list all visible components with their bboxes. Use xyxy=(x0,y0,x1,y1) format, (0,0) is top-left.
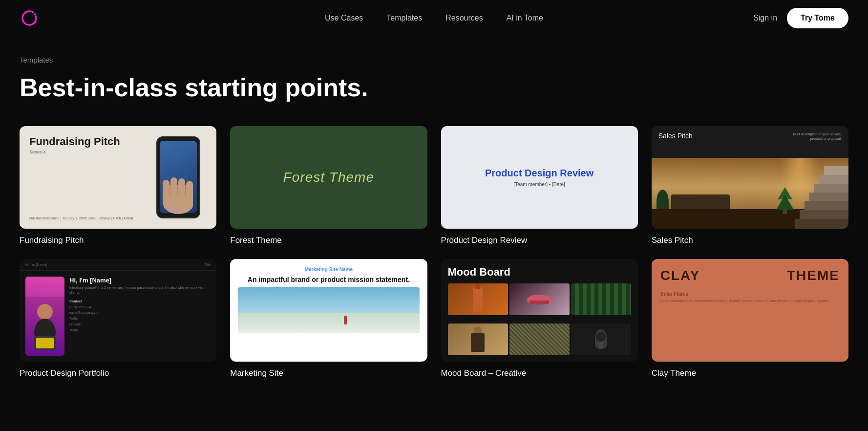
portfolio-tiktok: TikTok xyxy=(69,328,79,332)
portfolio-name: Hi, I'm [Name] xyxy=(69,277,211,284)
product-review-title: Product Design Review xyxy=(485,168,593,179)
portfolio-photo xyxy=(25,277,64,356)
template-label-sales: Sales Pitch xyxy=(652,236,848,245)
landscape-ground xyxy=(238,313,419,334)
marketing-headline: An impactful brand or product mission st… xyxy=(248,275,410,284)
template-card-marketing[interactable]: Marketing Site Name An impactful brand o… xyxy=(230,259,427,378)
product-review-sub: [Team member] • [Date] xyxy=(514,182,565,187)
moodboard-grid xyxy=(448,283,631,362)
template-label-forest: Forest Theme xyxy=(230,236,427,245)
template-label-moodboard: Mood Board – Creative xyxy=(441,368,638,378)
person-area xyxy=(25,297,64,356)
forest-theme-text: Forest Theme xyxy=(283,170,374,185)
clay-content: Solar Flares Donec faucibus amet, tincid… xyxy=(660,291,840,303)
stair-3 xyxy=(804,201,848,210)
template-label-portfolio: Product Design Portfolio xyxy=(20,368,216,378)
portfolio-contact-label: Contact xyxy=(69,300,211,303)
stair-2 xyxy=(800,210,848,219)
mood-img-5 xyxy=(509,323,570,355)
marketing-landscape xyxy=(238,287,419,333)
clay-title: CLAY xyxy=(660,268,700,283)
template-label-product-review: Product Design Review xyxy=(441,236,638,245)
template-card-product-review[interactable]: Product Design Review [Team member] • [D… xyxy=(441,126,638,245)
template-label-fundraising: Fundraising Pitch xyxy=(20,236,216,245)
thumbnail-sales: Sales Pitch Brief description of your se… xyxy=(652,126,848,229)
mood-img-6 xyxy=(571,323,631,355)
clay-body-text: Donec faucibus amet, tincidunt non euism… xyxy=(660,299,840,303)
logo[interactable] xyxy=(20,8,39,28)
template-card-moodboard[interactable]: Mood Board xyxy=(441,259,638,378)
fundraising-title: Fundraising Pitch xyxy=(29,136,120,148)
thumbnail-fundraising: Fundraising Pitch Series X xyxy=(20,126,216,229)
tree-mid xyxy=(776,195,794,210)
svg-rect-6 xyxy=(170,177,177,206)
fundraising-pitch-text: Fundraising Pitch Series X xyxy=(29,136,120,154)
portfolio-main: Hi, I'm [Name] Introduce yourself in 1-2… xyxy=(20,271,216,362)
portfolio-twitter: Twitter xyxy=(69,317,79,320)
mood-img-1 xyxy=(448,283,508,315)
svg-point-9 xyxy=(37,304,53,320)
try-tome-button[interactable]: Try Tome xyxy=(787,8,848,28)
fundraising-series: Series X xyxy=(29,150,120,154)
tree-trunk xyxy=(783,209,787,214)
thumbnail-moodboard: Mood Board xyxy=(441,259,638,362)
room-tree xyxy=(778,187,792,214)
sales-room-image xyxy=(652,158,848,229)
template-card-forest[interactable]: Forest Theme Forest Theme xyxy=(230,126,427,245)
mood-img-2 xyxy=(509,283,570,315)
sales-title: Sales Pitch xyxy=(658,132,693,140)
template-label-marketing: Marketing Site xyxy=(230,368,427,378)
template-card-fundraising[interactable]: Fundraising Pitch Series X xyxy=(20,126,216,245)
mood-img-4 xyxy=(448,323,508,355)
svg-rect-8 xyxy=(186,181,193,205)
nav-link-resources[interactable]: Resources xyxy=(445,14,483,22)
portfolio-top-left: Hi, I'm [Name] xyxy=(25,263,47,266)
landscape-sky xyxy=(238,287,419,312)
nav-actions: Sign in Try Tome xyxy=(753,8,848,28)
portfolio-info: Hi, I'm [Name] Introduce yourself in 1-2… xyxy=(69,277,211,356)
portfolio-top-bar: Hi, I'm [Name] Title xyxy=(20,259,216,271)
template-card-sales[interactable]: Sales Pitch Brief description of your se… xyxy=(652,126,848,245)
svg-rect-7 xyxy=(178,178,185,206)
portfolio-email: name@company.com xyxy=(69,311,100,314)
portfolio-phone: (310) 555-1234 xyxy=(69,305,91,309)
template-grid: Fundraising Pitch Series X xyxy=(20,126,848,378)
phone-mockup xyxy=(153,136,212,219)
nav-link-use-cases[interactable]: Use Cases xyxy=(325,14,363,22)
stair-1 xyxy=(795,219,848,229)
thumbnail-marketing: Marketing Site Name An impactful brand o… xyxy=(230,259,427,362)
thumbnail-product-review: Product Design Review [Team member] • [D… xyxy=(441,126,638,229)
clay-theme-label: THEME xyxy=(787,268,840,283)
room-scene xyxy=(652,158,848,229)
page-title: Best-in-class starting points. xyxy=(20,74,848,102)
marketing-site-name: Marketing Site Name xyxy=(305,267,353,272)
nav-links: Use Cases Templates Resources AI in Tome xyxy=(325,14,543,22)
moodboard-title: Mood Board xyxy=(448,266,631,280)
nav-link-ai-in-tome[interactable]: AI in Tome xyxy=(507,14,543,22)
svg-rect-12 xyxy=(36,338,54,348)
template-card-clay[interactable]: CLAY THEME Solar Flares Donec faucibus a… xyxy=(652,259,848,378)
stair-4 xyxy=(809,193,848,201)
navigation: Use Cases Templates Resources AI in Tome… xyxy=(0,0,868,36)
portfolio-top-right: Title xyxy=(204,263,211,266)
sales-desc: Brief description of your service, produ… xyxy=(783,132,842,141)
stair-7 xyxy=(824,166,848,175)
svg-rect-5 xyxy=(163,180,169,207)
portfolio-contact-items: (310) 555-1234 name@company.com Twitter … xyxy=(69,304,211,333)
template-card-portfolio[interactable]: Hi, I'm [Name] Title xyxy=(20,259,216,378)
stair-5 xyxy=(814,184,848,193)
clay-subtitle: Solar Flares xyxy=(660,291,840,297)
portfolio-linkedin: LinkedIn xyxy=(69,323,82,326)
page-content: Templates Best-in-class starting points.… xyxy=(0,36,868,408)
nav-link-templates[interactable]: Templates xyxy=(386,14,422,22)
sign-in-button[interactable]: Sign in xyxy=(753,14,777,22)
clay-header-row: CLAY THEME xyxy=(660,268,840,283)
mood-img-3 xyxy=(571,283,631,315)
thumbnail-clay: CLAY THEME Solar Flares Donec faucibus a… xyxy=(652,259,848,362)
room-stairs xyxy=(795,158,848,229)
landscape-figure xyxy=(344,316,347,324)
thumbnail-forest: Forest Theme xyxy=(230,126,427,229)
template-label-clay: Clay Theme xyxy=(652,368,848,378)
sales-header: Sales Pitch Brief description of your se… xyxy=(658,132,842,141)
fundraising-footer: Our Investors Since | January 1, 2005 | … xyxy=(29,216,133,221)
